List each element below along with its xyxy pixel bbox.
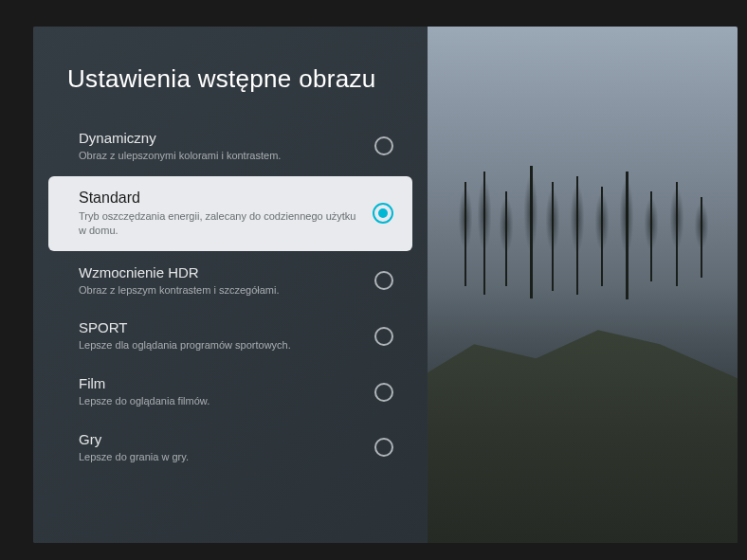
option-text: Standard Tryb oszczędzania energii, zale… [79,190,373,238]
radio-unchecked-icon [374,136,393,155]
preview-tree [576,176,578,295]
page-title: Ustawienia wstępne obrazu [33,64,428,118]
preview-tree [626,172,629,299]
option-description: Lepsze dla oglądania programów sportowyc… [79,338,359,352]
preview-tree [483,172,485,295]
preview-tree [676,182,678,286]
preview-tree [552,182,554,291]
option-description: Lepsze do oglądania filmów. [79,394,359,408]
preview-image [428,27,738,543]
picture-preset-film[interactable]: Film Lepsze do oglądania filmów. [33,364,428,420]
option-label: Wzmocnienie HDR [79,264,359,280]
radio-unchecked-icon [374,383,393,402]
radio-inner-dot [378,208,388,218]
option-description: Obraz z ulepszonymi kolorami i kontraste… [79,149,359,163]
preview-hill [428,259,738,543]
preview-tree [650,191,652,281]
option-text: Film Lepsze do oglądania filmów. [79,375,374,408]
option-label: Gry [79,431,359,447]
option-label: SPORT [79,319,359,335]
option-text: SPORT Lepsze dla oglądania programów spo… [79,319,374,352]
radio-checked-icon [373,203,393,224]
picture-preset-list: Dynamiczny Obraz z ulepszonymi kolorami … [33,118,428,476]
option-label: Dynamiczny [79,130,359,146]
radio-unchecked-icon [374,438,393,457]
option-text: Gry Lepsze do grania w gry. [79,431,374,464]
option-label: Film [79,375,359,391]
option-description: Lepsze do grania w gry. [79,450,359,464]
option-description: Obraz z lepszym kontrastem i szczegółami… [79,283,359,298]
radio-unchecked-icon [374,271,393,290]
option-text: Wzmocnienie HDR Obraz z lepszym kontrast… [79,264,374,298]
preview-tree [601,187,603,286]
option-description: Tryb oszczędzania energii, zalecany do c… [79,209,357,238]
picture-preset-standard[interactable]: Standard Tryb oszczędzania energii, zale… [48,176,412,251]
preview-panel [428,27,738,543]
radio-unchecked-icon [374,327,393,346]
preview-tree [701,197,702,278]
preview-tree [465,182,466,286]
picture-preset-dynamic[interactable]: Dynamiczny Obraz z ulepszonymi kolorami … [33,118,428,174]
preview-tree [530,166,533,298]
preview-tree [505,191,507,286]
option-label: Standard [79,190,357,207]
picture-preset-game[interactable]: Gry Lepsze do grania w gry. [33,420,428,476]
option-text: Dynamiczny Obraz z ulepszonymi kolorami … [79,130,374,163]
tv-screen: Ustawienia wstępne obrazu Dynamiczny Obr… [33,27,738,543]
settings-panel: Ustawienia wstępne obrazu Dynamiczny Obr… [33,27,428,543]
picture-preset-hdr[interactable]: Wzmocnienie HDR Obraz z lepszym kontrast… [33,253,428,309]
picture-preset-sport[interactable]: SPORT Lepsze dla oglądania programów spo… [33,308,428,364]
